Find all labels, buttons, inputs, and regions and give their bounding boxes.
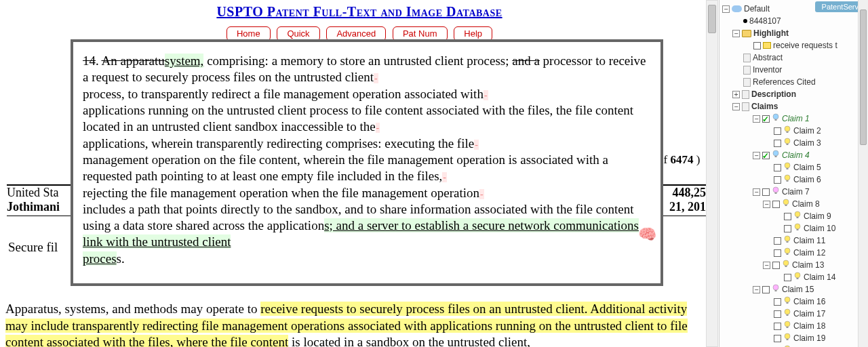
checkbox[interactable] [784,213,791,220]
svg-rect-13 [775,192,777,194]
tree-claims[interactable]: −Claims [722,100,867,113]
tree-highlight[interactable]: −Highlight [722,27,867,39]
side-scrollbar[interactable] [858,0,868,347]
claim-label: Claim 19 [793,332,825,344]
tree-claim-item[interactable]: Claim 18 [722,320,867,332]
bullet-icon [743,19,747,23]
tree-claim-item[interactable]: Claim 14 [722,271,867,283]
bulb-icon [783,125,791,137]
svg-rect-9 [787,168,789,169]
assignee-left: United Sta [7,186,59,200]
tree-claim-item[interactable]: −Claim 4 [722,149,867,161]
checkbox[interactable] [762,115,770,123]
claim-label: Claim 4 [782,149,810,161]
svg-rect-29 [775,290,777,291]
bulb-icon [772,149,780,161]
main-scrollbar[interactable] [706,0,718,347]
tree-references[interactable]: References Cited [722,76,867,88]
checkbox[interactable] [774,335,781,342]
tree-description[interactable]: +Description [722,88,867,100]
checkbox[interactable] [762,188,770,196]
line-marker: - [376,123,380,133]
tree-claim-item[interactable]: Claim 19 [722,332,867,344]
database-title-link[interactable]: USPTO Patent Full-Text and Image Databas… [5,4,713,20]
tree-claim-item[interactable]: −Claim 1 [722,113,867,125]
claim-label: Claim 8 [792,198,820,210]
tree-claim-item[interactable]: Claim 17 [722,308,867,320]
tree-inventor[interactable]: Inventor [722,64,867,76]
claim-label: Claim 9 [804,210,831,222]
tree-claim-item[interactable]: −Claim 13 [722,259,867,271]
svg-point-24 [783,260,789,266]
checkbox[interactable] [762,152,770,159]
tree-patent-number[interactable]: 8448107 [722,15,867,27]
bulb-icon [772,186,780,198]
checkbox[interactable] [784,225,791,232]
brain-icon[interactable]: 🧠 [638,225,656,244]
checkbox[interactable] [772,201,780,208]
svg-rect-21 [787,241,789,243]
tree-claim-item[interactable]: Claim 2 [722,125,867,137]
page-icon [742,102,749,111]
tree-claim-item[interactable]: Claim 10 [722,222,867,234]
checkbox[interactable] [774,176,781,184]
svg-point-16 [795,211,800,217]
claim-label: Claim 7 [782,186,810,198]
checkbox[interactable] [784,274,791,281]
strike-text: An apparatu [101,54,164,68]
claim-label: Claim 20 [793,344,825,347]
tree-claim-item[interactable]: −Claim 15 [722,283,867,295]
tree-claim-item[interactable]: Claim 9 [722,210,867,222]
bulb-icon [783,344,791,347]
checkbox[interactable] [762,286,770,293]
tree-claim-item[interactable]: Claim 6 [722,174,867,186]
tree-claim-item[interactable]: Claim 20 [722,344,867,347]
bulb-icon [772,283,780,295]
checkbox[interactable] [774,127,781,135]
svg-rect-35 [787,327,789,328]
svg-point-6 [773,150,778,156]
tree-claim-item[interactable]: Claim 16 [722,295,867,308]
checkbox[interactable] [774,164,781,171]
page-icon [743,78,751,87]
main-content: USPTO Patent Full-Text and Image Databas… [0,0,719,347]
bulb-icon [783,308,791,320]
svg-rect-1 [775,119,777,121]
checkbox[interactable] [774,140,781,147]
checkbox[interactable] [772,262,780,269]
claim-label: Claim 6 [793,174,821,186]
page-icon [743,54,751,62]
checkbox[interactable] [774,323,781,330]
checkbox[interactable] [774,237,781,245]
patent-title-partial: Secure fil [8,240,58,255]
checkbox[interactable] [774,310,781,318]
svg-point-26 [795,272,800,278]
svg-rect-5 [787,144,789,145]
claim-label: Claim 11 [793,234,825,247]
tree-claim-item[interactable]: −Claim 8 [722,198,867,210]
tree-abstract[interactable]: Abstract [722,52,867,64]
tree-claim-item[interactable]: Claim 5 [722,161,867,174]
claim-label: Claim 10 [804,222,835,234]
line-marker: - [442,172,447,182]
checkbox[interactable] [774,298,781,306]
tree-claim-item[interactable]: −Claim 7 [722,186,867,198]
old-claim-number: 14 [83,54,96,68]
tree-highlight-item[interactable]: receive requests t [722,39,867,52]
tree-claim-item[interactable]: Claim 12 [722,247,867,259]
svg-rect-31 [787,302,789,304]
line-marker: - [374,73,378,83]
svg-rect-25 [785,266,787,267]
bulb-icon [783,295,791,308]
tree-claim-item[interactable]: Claim 3 [722,137,867,149]
checkbox[interactable] [774,249,781,257]
svg-point-8 [785,163,790,168]
svg-point-12 [773,187,778,192]
claim-label: Claim 12 [793,247,825,259]
svg-point-10 [785,175,790,180]
svg-point-4 [785,138,790,144]
inserted-partial: proces [83,251,117,266]
page-icon [742,90,749,99]
claim-label: Claim 17 [793,308,825,320]
tree-claim-item[interactable]: Claim 11 [722,234,867,247]
